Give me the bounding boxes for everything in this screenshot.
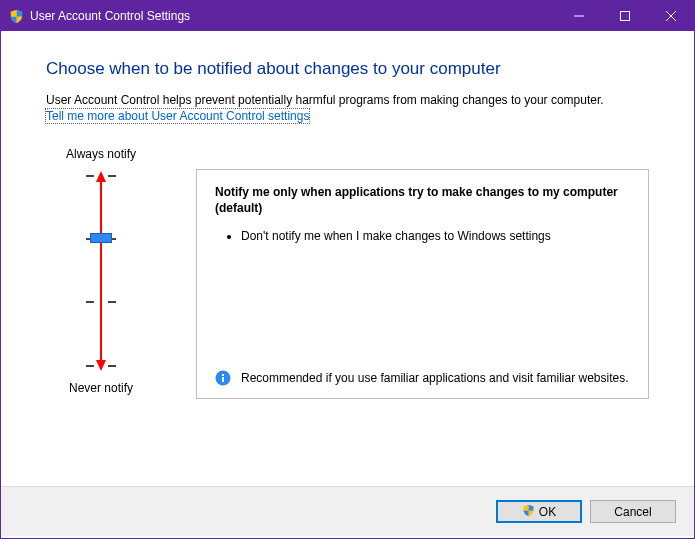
maximize-button[interactable]: [602, 1, 648, 31]
panel-bullet: Don't notify me when I make changes to W…: [241, 228, 630, 244]
svg-rect-6: [222, 374, 224, 376]
notification-panel: Notify me only when applications try to …: [196, 169, 649, 399]
svg-rect-5: [222, 377, 224, 382]
close-button[interactable]: [648, 1, 694, 31]
recommendation-text: Recommended if you use familiar applicat…: [241, 370, 629, 386]
minimize-button[interactable]: [556, 1, 602, 31]
ok-button-label: OK: [539, 505, 556, 519]
page-description: User Account Control helps prevent poten…: [46, 93, 649, 107]
cancel-button-label: Cancel: [614, 505, 651, 519]
info-icon: [215, 370, 231, 386]
window-title: User Account Control Settings: [30, 9, 556, 23]
panel-title: Notify me only when applications try to …: [215, 184, 630, 216]
uac-shield-icon: [522, 504, 535, 520]
slider-thumb[interactable]: [90, 233, 112, 243]
svg-rect-1: [621, 12, 630, 21]
arrow-up-icon: [96, 171, 106, 182]
uac-shield-icon: [9, 9, 24, 24]
ok-button[interactable]: OK: [496, 500, 582, 523]
window-controls: [556, 1, 694, 31]
slider-top-label: Always notify: [66, 147, 136, 161]
cancel-button[interactable]: Cancel: [590, 500, 676, 523]
content-area: Choose when to be notified about changes…: [1, 31, 694, 486]
titlebar: User Account Control Settings: [1, 1, 694, 31]
footer-bar: OK Cancel: [1, 486, 694, 536]
learn-more-link[interactable]: Tell me more about User Account Control …: [46, 109, 309, 123]
arrow-down-icon: [96, 360, 106, 371]
slider-column: Always notify Never notify: [46, 147, 156, 399]
page-heading: Choose when to be notified about changes…: [46, 59, 649, 79]
uac-slider[interactable]: [81, 171, 121, 371]
slider-bottom-label: Never notify: [69, 381, 133, 395]
